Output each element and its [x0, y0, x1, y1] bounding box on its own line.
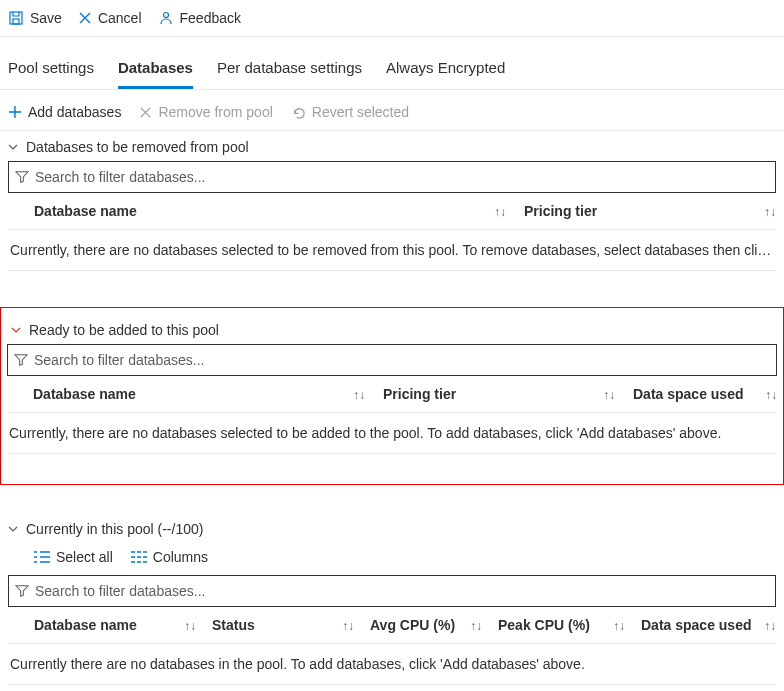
add-databases-label: Add databases	[28, 104, 121, 120]
filter-icon	[14, 353, 28, 367]
sort-icon[interactable]: ↑↓	[764, 619, 776, 633]
col-database-name: Database name	[33, 386, 136, 402]
section-remove-header[interactable]: Databases to be removed from pool	[8, 131, 776, 161]
select-all-label: Select all	[56, 549, 113, 565]
tab-per-database[interactable]: Per database settings	[217, 59, 362, 89]
revert-icon	[291, 105, 306, 120]
section-remove: Databases to be removed from pool Databa…	[0, 131, 784, 271]
sort-icon[interactable]: ↑↓	[184, 619, 196, 633]
tab-pool-settings[interactable]: Pool settings	[8, 59, 94, 89]
columns-icon	[131, 550, 147, 564]
col-avg-cpu: Avg CPU (%)	[370, 617, 455, 633]
add-col-headers: Database name ↑↓ Pricing tier ↑↓ Data sp…	[7, 376, 777, 413]
col-status: Status	[212, 617, 255, 633]
sort-icon[interactable]: ↑↓	[764, 205, 776, 219]
tab-always-encrypted[interactable]: Always Encrypted	[386, 59, 505, 89]
chevron-down-icon	[8, 524, 18, 534]
sort-icon[interactable]: ↑↓	[342, 619, 354, 633]
remove-filter-input[interactable]	[35, 169, 769, 185]
cancel-label: Cancel	[98, 10, 142, 26]
col-peak-cpu: Peak CPU (%)	[498, 617, 590, 633]
remove-col-headers: Database name ↑↓ Pricing tier ↑↓	[8, 193, 776, 230]
remove-empty-message: Currently, there are no databases select…	[8, 230, 776, 271]
sort-icon[interactable]: ↑↓	[494, 205, 506, 219]
pool-filter-row	[8, 575, 776, 607]
chevron-down-icon	[8, 142, 18, 152]
pool-col-headers: Database name ↑↓ Status ↑↓ Avg CPU (%) ↑…	[8, 607, 776, 644]
col-pricing-tier: Pricing tier	[524, 203, 597, 219]
svg-point-2	[163, 13, 168, 18]
section-add-title: Ready to be added to this pool	[29, 322, 219, 338]
cancel-button[interactable]: Cancel	[78, 10, 142, 26]
close-icon	[139, 106, 152, 119]
section-add-header[interactable]: Ready to be added to this pool	[7, 314, 777, 344]
svg-rect-1	[13, 19, 19, 24]
col-pricing-tier: Pricing tier	[383, 386, 456, 402]
columns-label: Columns	[153, 549, 208, 565]
pool-actions: Select all Columns	[8, 543, 776, 575]
remove-filter-row	[8, 161, 776, 193]
remove-from-pool-button[interactable]: Remove from pool	[139, 104, 272, 120]
tab-databases[interactable]: Databases	[118, 59, 193, 89]
section-add-highlight: Ready to be added to this pool Database …	[0, 307, 784, 485]
top-toolbar: Save Cancel Feedback	[0, 0, 784, 37]
revert-selected-label: Revert selected	[312, 104, 409, 120]
select-all-icon	[34, 550, 50, 564]
sort-icon[interactable]: ↑↓	[613, 619, 625, 633]
save-icon	[8, 10, 24, 26]
svg-rect-0	[10, 12, 22, 24]
section-pool-header[interactable]: Currently in this pool (--/100)	[8, 513, 776, 543]
sort-icon[interactable]: ↑↓	[603, 388, 615, 402]
sort-icon[interactable]: ↑↓	[353, 388, 365, 402]
remove-from-pool-label: Remove from pool	[158, 104, 272, 120]
sort-icon[interactable]: ↑↓	[470, 619, 482, 633]
add-databases-button[interactable]: Add databases	[8, 104, 121, 120]
columns-button[interactable]: Columns	[131, 549, 208, 565]
save-label: Save	[30, 10, 62, 26]
add-filter-row	[7, 344, 777, 376]
select-all-button[interactable]: Select all	[34, 549, 113, 565]
col-database-name: Database name	[34, 203, 137, 219]
revert-selected-button[interactable]: Revert selected	[291, 104, 409, 120]
feedback-label: Feedback	[180, 10, 241, 26]
feedback-icon	[158, 10, 174, 26]
section-add: Ready to be added to this pool Database …	[7, 314, 777, 454]
col-data-space-used: Data space used	[633, 386, 744, 402]
add-filter-input[interactable]	[34, 352, 770, 368]
section-pool-title: Currently in this pool (--/100)	[26, 521, 203, 537]
pool-filter-input[interactable]	[35, 583, 769, 599]
action-toolbar: Add databases Remove from pool Revert se…	[0, 90, 784, 131]
col-data-space-used: Data space used	[641, 617, 752, 633]
filter-icon	[15, 170, 29, 184]
section-pool: Currently in this pool (--/100) Select a…	[0, 513, 784, 685]
section-remove-title: Databases to be removed from pool	[26, 139, 249, 155]
filter-icon	[15, 584, 29, 598]
tab-bar: Pool settings Databases Per database set…	[0, 37, 784, 90]
add-empty-message: Currently, there are no databases select…	[7, 413, 777, 454]
col-database-name: Database name	[34, 617, 137, 633]
close-icon	[78, 11, 92, 25]
pool-empty-message: Currently there are no databases in the …	[8, 644, 776, 685]
sort-icon[interactable]: ↑↓	[765, 388, 777, 402]
feedback-button[interactable]: Feedback	[158, 10, 241, 26]
chevron-down-icon	[11, 325, 21, 335]
save-button[interactable]: Save	[8, 10, 62, 26]
plus-icon	[8, 105, 22, 119]
